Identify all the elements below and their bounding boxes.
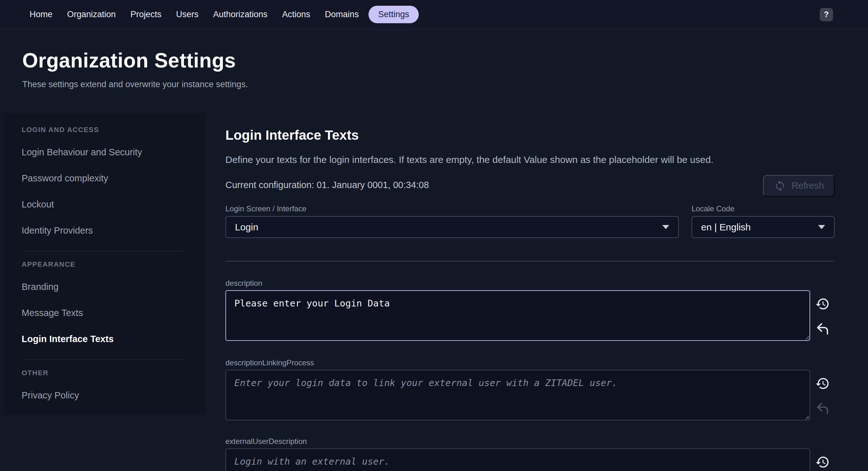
undo-icon[interactable] (815, 322, 830, 336)
chevron-down-icon (662, 225, 669, 229)
sidebar-divider (22, 360, 184, 360)
help-button[interactable]: ? (820, 8, 833, 21)
nav-item-projects[interactable]: Projects (123, 6, 169, 23)
sidebar-item-message-texts[interactable]: Message Texts (3, 300, 205, 326)
page-title: Organization Settings (22, 48, 868, 73)
refresh-icon (774, 180, 786, 192)
sidebar-item-identity-providers[interactable]: Identity Providers (3, 217, 205, 243)
section-title: Login Interface Texts (225, 127, 835, 144)
screen-select-value: Login (235, 222, 258, 233)
history-icon[interactable] (815, 297, 830, 311)
history-icon[interactable] (815, 455, 830, 469)
refresh-button-label: Refresh (792, 180, 824, 191)
question-mark-icon: ? (824, 10, 829, 19)
external-user-description-textarea[interactable] (225, 448, 810, 471)
locale-select-value: en | English (701, 222, 751, 233)
description-linking-process-textarea[interactable] (225, 370, 810, 420)
external-user-description-field-label: externalUserDescription (225, 437, 835, 446)
history-icon[interactable] (815, 376, 830, 391)
page-subtitle: These settings extend and overwrite your… (22, 79, 868, 91)
nav-item-actions[interactable]: Actions (275, 6, 318, 23)
screen-select[interactable]: Login (225, 216, 679, 238)
nav-item-authorizations[interactable]: Authorizations (206, 6, 275, 23)
chevron-down-icon (818, 225, 825, 229)
section-description: Define your texts for the login interfac… (225, 153, 835, 167)
nav-item-organization[interactable]: Organization (60, 6, 123, 23)
description-field-label: description (225, 278, 835, 288)
settings-sidebar: LOGIN AND ACCESS Login Behaviour and Sec… (3, 113, 205, 415)
top-navigation: Home Organization Projects Users Authori… (0, 0, 868, 29)
undo-icon (815, 401, 830, 416)
description-linking-process-field-label: descriptionLinkingProcess (225, 358, 835, 367)
sidebar-item-login-behaviour-and-security[interactable]: Login Behaviour and Security (3, 139, 205, 165)
refresh-button[interactable]: Refresh (763, 175, 835, 197)
sidebar-item-login-interface-texts[interactable]: Login Interface Texts (3, 326, 205, 352)
sidebar-divider (22, 251, 184, 252)
nav-item-domains[interactable]: Domains (318, 6, 366, 23)
sidebar-item-privacy-policy[interactable]: Privacy Policy (3, 382, 205, 408)
sidebar-section-other: OTHER (22, 369, 205, 377)
sidebar-item-password-complexity[interactable]: Password complexity (3, 165, 205, 191)
nav-item-settings[interactable]: Settings (369, 6, 419, 23)
locale-select-label: Locale Code (691, 204, 835, 213)
nav-item-home[interactable]: Home (22, 6, 60, 23)
sidebar-section-appearance: APPEARANCE (22, 260, 205, 269)
description-textarea[interactable]: Please enter your Login Data (225, 290, 810, 341)
sidebar-item-lockout[interactable]: Lockout (3, 191, 205, 217)
locale-select[interactable]: en | English (691, 216, 835, 238)
screen-select-label: Login Screen / Interface (225, 204, 679, 213)
main-panel: Login Interface Texts Define your texts … (225, 113, 835, 471)
sidebar-section-login-and-access: LOGIN AND ACCESS (22, 126, 205, 134)
form-divider (225, 261, 835, 261)
nav-item-users[interactable]: Users (169, 6, 206, 23)
sidebar-item-branding[interactable]: Branding (3, 274, 205, 300)
page-header: Organization Settings These settings ext… (0, 48, 868, 91)
current-configuration-text: Current configuration: 01. January 0001,… (225, 179, 835, 191)
